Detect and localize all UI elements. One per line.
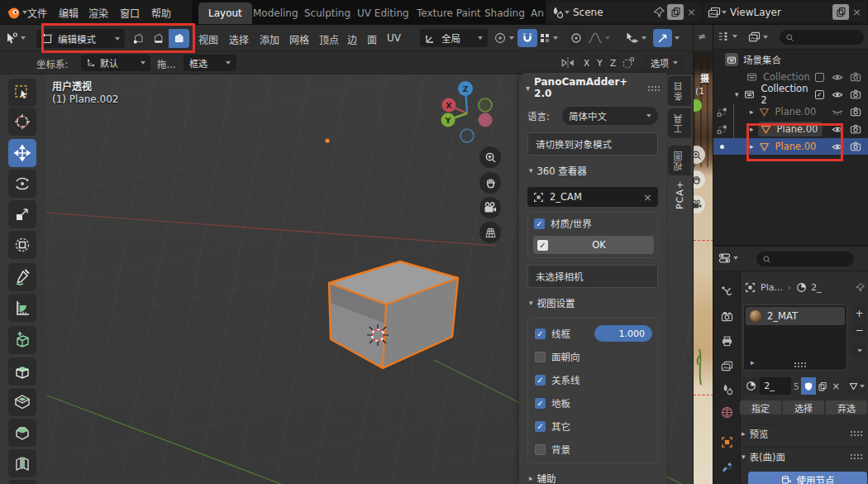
tool-rotate[interactable]: [8, 170, 36, 198]
eye-icon[interactable]: [831, 140, 844, 153]
editor-type-icon[interactable]: ≠: [698, 31, 706, 42]
face-orientation-row[interactable]: 面朝向: [535, 350, 580, 363]
menu-edit[interactable]: 编辑: [59, 6, 79, 20]
breadcrumb-material-name[interactable]: 2_: [811, 282, 855, 293]
close-icon[interactable]: ×: [851, 6, 863, 18]
disclosure-closed-icon[interactable]: ▸: [750, 108, 754, 116]
surface-panel-header[interactable]: ▾ 表(曲)面: [737, 447, 866, 465]
tab-shading[interactable]: Shading: [476, 2, 533, 24]
editor-type-dropdown[interactable]: [718, 252, 738, 264]
scene-name[interactable]: Scene: [573, 7, 652, 18]
menu-view[interactable]: 视图: [198, 32, 218, 46]
pan-hand-button[interactable]: [693, 170, 705, 189]
tool-scale[interactable]: [8, 200, 36, 228]
helper-section-header[interactable]: ▸ 辅助: [529, 472, 556, 484]
disclosure-closed-icon[interactable]: ▸: [750, 125, 754, 133]
ok-button[interactable]: ✓ OK: [533, 236, 654, 254]
tool-transform[interactable]: [8, 231, 36, 259]
outliner-search-input[interactable]: [780, 30, 864, 45]
face-orientation-checkbox[interactable]: [535, 352, 546, 362]
menu-add[interactable]: 添加: [260, 32, 279, 46]
scene-icon[interactable]: [551, 6, 564, 19]
exclude-checkbox-empty[interactable]: [813, 70, 826, 84]
others-checkbox[interactable]: ✓: [535, 421, 546, 432]
tool-cursor[interactable]: [8, 108, 36, 136]
camera-search-field[interactable]: 2_CAM ×: [527, 187, 658, 207]
background-row[interactable]: 背景: [535, 443, 570, 456]
tool-measure[interactable]: [8, 294, 36, 322]
material-name-field[interactable]: 2_: [760, 377, 791, 395]
tool-extrude[interactable]: [8, 357, 36, 386]
disclosure-open-icon[interactable]: ▾: [735, 90, 739, 98]
tab-scene-properties[interactable]: [720, 382, 733, 395]
slot-specials-button[interactable]: [852, 344, 866, 357]
material-world-checkbox[interactable]: ✓: [534, 218, 545, 229]
tab-modifier-properties[interactable]: [720, 460, 733, 473]
mirror-y-button[interactable]: Y: [594, 55, 606, 70]
camera-view-button[interactable]: [693, 195, 705, 213]
menu-window[interactable]: 窗口: [120, 6, 140, 20]
tab-object-properties[interactable]: [720, 435, 733, 448]
display-mode-dropdown[interactable]: [718, 31, 737, 42]
tab-item[interactable]: 条目: [668, 76, 691, 106]
tab-animation[interactable]: An: [526, 2, 549, 24]
new-scene-button[interactable]: [667, 4, 684, 20]
exclude-checkbox-checked[interactable]: ✓: [813, 88, 826, 101]
mirror-icon[interactable]: [560, 56, 575, 69]
close-icon[interactable]: ×: [685, 6, 698, 18]
deselect-button[interactable]: 弃选: [826, 400, 867, 415]
tab-render-properties[interactable]: [720, 309, 733, 323]
mirror-x-button[interactable]: X: [580, 55, 593, 70]
disclosure-closed-icon[interactable]: ▸: [750, 142, 754, 151]
material-breadcrumb-icon[interactable]: [796, 282, 807, 293]
camera-view-button[interactable]: [479, 197, 501, 218]
relations-checkbox[interactable]: ✓: [535, 375, 546, 386]
tool-add-cube[interactable]: [8, 326, 36, 354]
unlink-button[interactable]: ×: [830, 377, 842, 395]
tab-world-properties[interactable]: [720, 405, 733, 419]
menu-help[interactable]: 帮助: [151, 6, 171, 20]
chevron-down-icon[interactable]: [565, 11, 570, 14]
viewlayer-icon[interactable]: [708, 6, 721, 19]
pin-icon[interactable]: [652, 6, 665, 19]
tool-bevel[interactable]: [8, 419, 36, 447]
object-breadcrumb-icon[interactable]: [745, 282, 756, 293]
tool-move[interactable]: [8, 139, 36, 167]
blender-menu-button[interactable]: [4, 3, 30, 22]
tab-uv-editing[interactable]: UV Editing: [349, 2, 417, 24]
tool-select-box[interactable]: [8, 79, 36, 107]
material-slot-row-active[interactable]: 2_MAT: [746, 307, 845, 325]
zoom-button[interactable]: [479, 146, 501, 168]
switch-mode-button[interactable]: 请切换到对象模式: [527, 132, 658, 156]
pin-icon[interactable]: [855, 282, 866, 293]
preview-viewport[interactable]: 摄 (1: [693, 51, 713, 484]
show-overlays-dropdown[interactable]: [653, 29, 680, 47]
menu-face[interactable]: 面: [367, 32, 377, 46]
wireframe-checkbox[interactable]: ✓: [535, 328, 546, 339]
drag-handle-icon[interactable]: [850, 453, 862, 459]
use-nodes-button[interactable]: 使用节点: [748, 472, 867, 484]
snap-base-icon[interactable]: [622, 56, 635, 69]
copy-datablock-button[interactable]: [816, 377, 830, 395]
row-plane-2[interactable]: ▸ Plane.00: [713, 121, 868, 137]
no-camera-button[interactable]: 未选择相机: [527, 265, 658, 288]
clear-icon[interactable]: ×: [643, 191, 652, 204]
show-gizmo-dropdown[interactable]: [625, 29, 646, 47]
eye-icon[interactable]: [831, 88, 844, 101]
mesh-select-icon[interactable]: [715, 105, 728, 118]
menu-render[interactable]: 渲染: [88, 6, 108, 20]
row-plane-1[interactable]: ▸ Plane.00: [713, 103, 868, 120]
mirror-z-button[interactable]: Z: [607, 55, 619, 70]
mesh-select-icon[interactable]: [715, 122, 728, 136]
filter-dropdown[interactable]: [748, 31, 768, 43]
tab-output-properties[interactable]: [720, 334, 733, 347]
camera-visibility-icon[interactable]: [849, 88, 862, 101]
row-collection-2[interactable]: ▾ Collection 2 ✓: [713, 86, 868, 103]
pivot-point-dropdown[interactable]: [494, 29, 514, 47]
drag-handle-icon[interactable]: [850, 430, 862, 436]
language-dropdown[interactable]: 简体中文: [562, 107, 658, 125]
active-tool-button[interactable]: [4, 29, 26, 47]
tool-knife[interactable]: [8, 480, 36, 484]
floor-checkbox[interactable]: ✓: [535, 398, 546, 409]
eye-icon[interactable]: [831, 70, 844, 84]
